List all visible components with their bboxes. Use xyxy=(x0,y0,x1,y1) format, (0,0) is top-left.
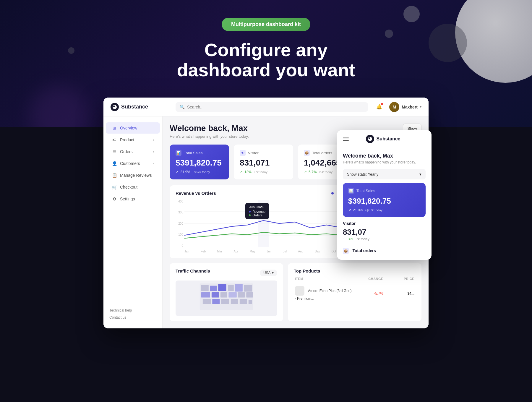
chevron-icon: › xyxy=(153,162,154,165)
sidebar-item-customers[interactable]: 👤 Customers › xyxy=(106,158,160,169)
reviews-icon: 📋 xyxy=(112,173,117,178)
sidebar-item-orders[interactable]: ☰ Orders › xyxy=(106,146,160,157)
total-sales-footer: ↗ 21.9% +$67k today xyxy=(176,170,223,174)
top-products-title: Top Poducts xyxy=(294,268,416,273)
us-map xyxy=(176,281,277,316)
visitor-label: Visitor xyxy=(248,151,259,155)
mobile-trend-extra: +$67k today xyxy=(365,208,382,212)
stat-card-total-sales: 📊 Total Sales $391,820.75 ↗ 21.9% +$67k … xyxy=(170,145,229,179)
visitor-value: 831,071 xyxy=(240,158,287,168)
mobile-panel: Substance Welcome back, Max Here's what'… xyxy=(337,130,432,260)
stat-card-visitor: 👁 Visitor 831,071 ↗ 13% +7k today xyxy=(234,145,293,179)
mobile-visitor-value-row: 831,07 xyxy=(343,228,426,236)
sidebar-item-settings[interactable]: ⚙ Settings xyxy=(106,193,160,205)
tooltip-revenue-label: Revenue xyxy=(252,210,265,213)
topbar: Substance 🔍 🔔 M Maxbert ▾ xyxy=(103,98,429,116)
mobile-total-sales-card: 📊 Total Sales $391,820.75 ↗ 21.9% +$67k … xyxy=(343,183,426,217)
sidebar-item-overview[interactable]: ⊞ Overview xyxy=(106,122,160,134)
mobile-visitor-trend: 13% xyxy=(346,237,353,241)
mobile-stat-header: 📊 Total Sales xyxy=(348,188,420,194)
col-change-header: CHANGE xyxy=(355,277,383,281)
hamburger-menu[interactable] xyxy=(343,137,349,141)
region-dropdown[interactable]: USA ▾ xyxy=(260,270,277,276)
svg-rect-8 xyxy=(201,285,209,291)
sidebar-item-manage-reviews[interactable]: 📋 Manage Reviews xyxy=(106,170,160,181)
total-sales-label: Total Sales xyxy=(184,151,203,155)
sidebar-item-product[interactable]: 🏷 Product › xyxy=(106,134,160,145)
svg-rect-19 xyxy=(246,292,253,298)
chevron-icon: › xyxy=(153,150,154,153)
tooltip-orders-row: Orders xyxy=(249,213,265,217)
svg-rect-11 xyxy=(228,285,234,291)
contact-us-link[interactable]: Contact us xyxy=(109,315,156,320)
mobile-visitor-sub: 1 13% +7k today xyxy=(343,237,426,241)
trend-arrow: ↗ xyxy=(304,170,307,174)
mobile-show-stats-label: Show stats: Yearly xyxy=(347,172,378,176)
trend-arrow: ↗ xyxy=(176,170,179,174)
chevron-icon: › xyxy=(153,138,154,142)
svg-rect-21 xyxy=(212,299,220,304)
mobile-visitor-extra: +7k today xyxy=(354,237,369,241)
mobile-logo-text: Substance xyxy=(377,136,400,142)
search-input[interactable] xyxy=(187,105,364,109)
col-item-header: ITEM xyxy=(295,277,352,281)
top-products-card: Top Poducts ITEM CHANGE PRICE Amore Echo… xyxy=(288,263,421,321)
stat-card-header: 👁 Visitor xyxy=(240,150,287,156)
total-sales-icon: 📊 xyxy=(176,150,181,156)
region-label: USA xyxy=(263,271,271,275)
checkout-icon: 🛒 xyxy=(112,184,117,190)
technical-help-link[interactable]: Technical help xyxy=(109,308,156,312)
mobile-logo-icon xyxy=(366,135,374,143)
trend-value: 5.7% xyxy=(309,170,317,174)
welcome-block: Welcome back, Max Here's what's happenin… xyxy=(170,124,249,139)
mobile-stat-icon: 📊 xyxy=(348,188,354,194)
traffic-card-title: Traffic Channels xyxy=(176,268,210,273)
y-axis: 400 300 200 100 0 xyxy=(176,200,184,247)
orders-card-icon: 📦 xyxy=(304,150,310,156)
tooltip-date: Jun. 2021 xyxy=(249,205,265,209)
logo-icon xyxy=(111,103,119,111)
user-menu[interactable]: M Maxbert ▾ xyxy=(389,102,421,112)
svg-rect-20 xyxy=(203,299,211,304)
sidebar-item-label: Product xyxy=(120,137,150,142)
svg-rect-25 xyxy=(249,300,252,304)
bottom-row: Traffic Channels USA ▾ xyxy=(170,263,421,321)
mobile-welcome: Welcome back, Max Here's what's happenin… xyxy=(337,148,432,167)
mobile-logo-area: Substance xyxy=(366,135,400,143)
svg-rect-18 xyxy=(238,292,245,298)
sidebar-item-label: Orders xyxy=(120,149,150,154)
tooltip-dot-orders xyxy=(249,214,251,216)
mobile-welcome-subtitle: Here's what's happening with your store … xyxy=(343,160,426,164)
total-orders-icon: 📦 xyxy=(343,248,349,254)
trend-extra: +7k today xyxy=(253,170,267,174)
search-area[interactable]: 🔍 xyxy=(176,102,368,112)
mobile-topbar: Substance xyxy=(337,130,432,148)
trend-extra: +$67k today xyxy=(192,170,210,174)
mobile-visitor-value: 831,07 xyxy=(343,228,366,236)
avatar: M xyxy=(389,102,399,112)
stat-card-header: 📊 Total Sales xyxy=(176,150,223,156)
product-change: -5.7% xyxy=(355,291,383,296)
svg-rect-15 xyxy=(212,292,219,298)
mobile-trend-value: 21.9% xyxy=(353,208,363,212)
product-thumbnail xyxy=(295,286,304,296)
total-sales-value: $391,820.75 xyxy=(176,158,223,168)
col-price-header: PRICE xyxy=(386,277,414,281)
products-table-header: ITEM CHANGE PRICE xyxy=(294,277,416,283)
visitor-icon: 👁 xyxy=(240,150,246,156)
svg-rect-14 xyxy=(201,292,210,298)
sidebar-item-checkout[interactable]: 🛒 Checkout xyxy=(106,181,160,193)
trend-arrow: ↗ xyxy=(348,208,351,212)
mobile-total-sales-value: $391,820.75 xyxy=(348,197,420,206)
chart-title: Revenue vs Orders xyxy=(176,191,216,196)
hamburger-line xyxy=(343,139,349,139)
table-row: Amore Echo Plus (3rd Gen) - Premium... -… xyxy=(294,283,416,304)
svg-rect-9 xyxy=(210,286,217,291)
notification-button[interactable]: 🔔 xyxy=(374,102,385,112)
legend-dot-revenue xyxy=(331,192,334,194)
mobile-logo-icon-inner xyxy=(368,137,372,141)
total-orders-label: Total orders xyxy=(352,248,376,253)
tooltip-revenue-row: Revenue xyxy=(249,210,265,213)
mobile-show-stats-dropdown[interactable]: Show stats: Yearly ▾ xyxy=(343,169,426,179)
hero-badge: Multipurpose dashboard kit xyxy=(222,18,310,31)
